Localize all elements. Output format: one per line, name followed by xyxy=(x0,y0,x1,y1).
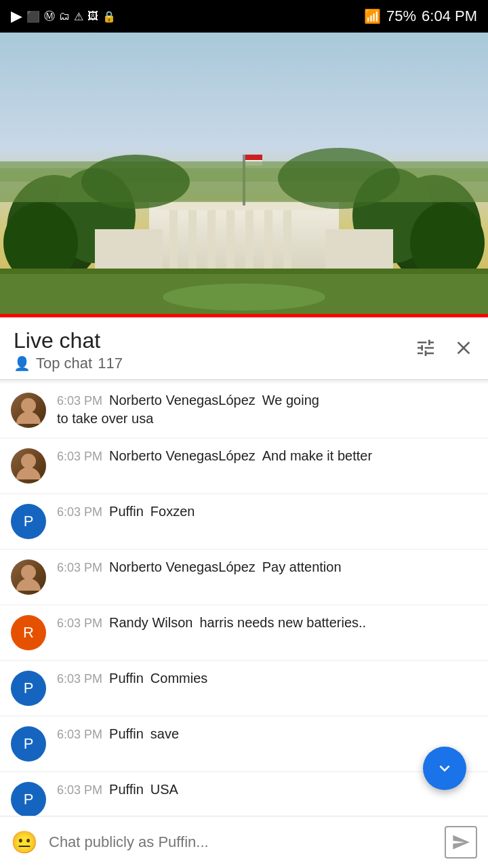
message-time: 6:03 PM xyxy=(57,728,102,742)
chat-header-left: Live chat 👤 Top chat 117 xyxy=(14,328,123,372)
message-text: USA xyxy=(150,782,178,797)
status-left: ▶ ⬛ Ⓜ 🗂 ⚠ 🖼 🔒 xyxy=(11,7,116,25)
message-author: Puffin xyxy=(109,782,144,797)
svg-rect-24 xyxy=(0,161,488,202)
avatar xyxy=(11,393,46,428)
svg-rect-13 xyxy=(245,209,253,270)
svg-rect-20 xyxy=(0,269,488,274)
chat-list[interactable]: 6:03 PM Norberto VenegasLópez We going t… xyxy=(0,380,488,831)
message-text: We going xyxy=(262,393,319,408)
table-row: P 6:03 PM Puffin Foxzen xyxy=(0,494,488,549)
message-meta: 6:03 PM Norberto VenegasLópez And make i… xyxy=(57,448,477,464)
battery-percent: 75% xyxy=(386,7,416,25)
clock: 6:04 PM xyxy=(422,7,477,25)
message-time: 6:03 PM xyxy=(57,783,102,797)
svg-rect-18 xyxy=(325,229,393,270)
message-meta: 6:03 PM Puffin Foxzen xyxy=(57,504,477,519)
message-meta: 6:03 PM Puffin Commies xyxy=(57,671,477,686)
svg-rect-17 xyxy=(95,229,163,270)
message-meta: 6:03 PM Puffin save xyxy=(57,726,477,742)
send-icon xyxy=(451,833,470,852)
notification-icon-3: 🗂 xyxy=(59,10,70,22)
table-row: P 6:03 PM Puffin save xyxy=(0,717,488,771)
message-time: 6:03 PM xyxy=(57,505,102,519)
video-progress-bar[interactable] xyxy=(0,314,488,317)
chat-input[interactable] xyxy=(49,833,434,851)
send-button[interactable] xyxy=(445,826,477,859)
svg-rect-10 xyxy=(188,209,197,270)
video-content xyxy=(0,33,488,317)
live-chat-title: Live chat xyxy=(14,328,123,353)
svg-rect-12 xyxy=(226,209,235,270)
message-content: 6:03 PM Puffin Commies xyxy=(57,671,477,686)
message-content: 6:03 PM Randy Wilson harris needs new ba… xyxy=(57,615,477,631)
scroll-down-fab[interactable] xyxy=(423,747,466,790)
message-text: harris needs new batteries.. xyxy=(199,615,366,631)
table-row: R 6:03 PM Randy Wilson harris needs new … xyxy=(0,606,488,660)
message-text: And make it better xyxy=(262,448,372,464)
svg-point-27 xyxy=(163,283,325,311)
message-meta: 6:03 PM Puffin USA xyxy=(57,782,477,797)
chat-header-right xyxy=(415,337,474,363)
avatar: P xyxy=(11,504,46,539)
avatar: P xyxy=(11,782,46,817)
avatar: P xyxy=(11,726,46,762)
message-author: Puffin xyxy=(109,504,144,519)
message-time: 6:03 PM xyxy=(57,561,102,575)
message-author: Norberto VenegasLópez xyxy=(109,393,256,408)
message-content: 6:03 PM Norberto VenegasLópez And make i… xyxy=(57,448,477,464)
message-author: Puffin xyxy=(109,671,144,686)
message-meta: 6:03 PM Norberto VenegasLópez Pay attent… xyxy=(57,559,477,575)
message-text-line2: to take over usa xyxy=(57,411,477,427)
avatar: R xyxy=(11,615,46,650)
message-text: Commies xyxy=(150,671,207,686)
avatar: P xyxy=(11,671,46,706)
top-chat-label[interactable]: Top chat xyxy=(36,355,92,372)
message-content: 6:03 PM Norberto VenegasLópez Pay attent… xyxy=(57,559,477,575)
message-time: 6:03 PM xyxy=(57,672,102,686)
message-content: 6:03 PM Puffin Foxzen xyxy=(57,504,477,519)
close-icon[interactable] xyxy=(453,337,474,363)
avatar xyxy=(11,559,46,595)
message-author: Norberto VenegasLópez xyxy=(109,559,256,575)
svg-point-25 xyxy=(81,155,190,209)
table-row: 6:03 PM Norberto VenegasLópez Pay attent… xyxy=(0,550,488,604)
persons-icon: 👤 xyxy=(14,355,30,372)
message-author: Norberto VenegasLópez xyxy=(109,448,256,464)
message-author: Puffin xyxy=(109,726,144,742)
table-row: 6:03 PM Norberto VenegasLópez And make i… xyxy=(0,439,488,493)
message-content: 6:03 PM Puffin save xyxy=(57,726,477,742)
page: ▶ ⬛ Ⓜ 🗂 ⚠ 🖼 🔒 📶 75% 6:04 PM xyxy=(0,0,488,868)
message-content: 6:03 PM Norberto VenegasLópez We going t… xyxy=(57,393,477,427)
chat-header: Live chat 👤 Top chat 117 xyxy=(0,317,488,380)
svg-rect-14 xyxy=(264,209,272,270)
status-right: 📶 75% 6:04 PM xyxy=(364,7,477,25)
wifi-icon: 📶 xyxy=(364,8,381,24)
svg-rect-15 xyxy=(283,209,291,270)
status-bar: ▶ ⬛ Ⓜ 🗂 ⚠ 🖼 🔒 📶 75% 6:04 PM xyxy=(0,0,488,33)
table-row: 6:03 PM Norberto VenegasLópez We going t… xyxy=(0,383,488,437)
message-meta: 6:03 PM Norberto VenegasLópez We going xyxy=(57,393,477,408)
message-text: Pay attention xyxy=(262,559,342,575)
message-content: 6:03 PM Puffin USA xyxy=(57,782,477,797)
message-time: 6:03 PM xyxy=(57,616,102,631)
chevron-down-icon xyxy=(434,758,455,778)
notification-icon-6: 🔒 xyxy=(102,10,116,23)
viewer-count: 117 xyxy=(98,355,123,372)
filter-icon[interactable] xyxy=(415,337,436,363)
chat-input-bar: 😐 xyxy=(0,816,488,868)
notification-icon-4: ⚠ xyxy=(74,10,83,23)
emoji-icon[interactable]: 😐 xyxy=(11,829,38,855)
video-player[interactable] xyxy=(0,33,488,317)
chat-section: Live chat 👤 Top chat 117 xyxy=(0,317,488,868)
message-time: 6:03 PM xyxy=(57,394,102,408)
notification-icon-5: 🖼 xyxy=(87,10,98,22)
svg-rect-9 xyxy=(169,209,178,270)
table-row: P 6:03 PM Puffin Commies xyxy=(0,661,488,715)
notification-icon-2: Ⓜ xyxy=(44,9,55,24)
avatar xyxy=(11,448,46,484)
message-text: Foxzen xyxy=(150,504,195,519)
message-author: Randy Wilson xyxy=(109,615,192,631)
svg-point-26 xyxy=(278,148,400,209)
message-text: save xyxy=(150,726,179,742)
